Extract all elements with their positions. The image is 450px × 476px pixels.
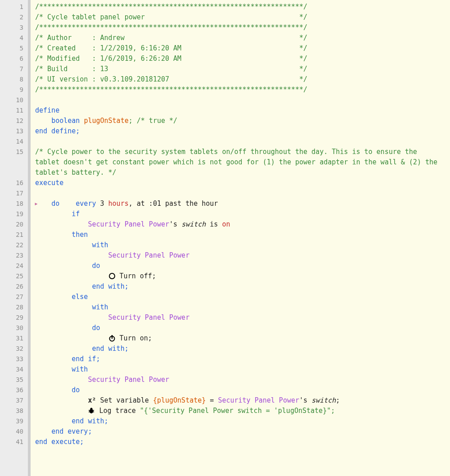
keyword-end-every: end every; <box>51 427 92 435</box>
variable-name: plugOnState <box>84 117 128 125</box>
action-turn-off: Turn off; <box>116 272 156 280</box>
keyword-end-if: end if; <box>72 355 100 363</box>
line-number: 41 <box>0 437 28 447</box>
keyword-with: with <box>92 241 108 249</box>
keyword-do: do <box>72 386 80 394</box>
line-number: 38 <box>0 406 28 416</box>
line-number: 19 <box>0 209 28 219</box>
line-number: 13 <box>0 126 28 136</box>
device-name: Security Panel Power <box>88 220 169 228</box>
log-string: "{'Security Panel Power switch = 'plugOn… <box>140 407 335 415</box>
line-number: 25 <box>0 271 28 281</box>
power-on-icon <box>108 335 116 342</box>
line-number: 24 <box>0 261 28 271</box>
semicolon: ; <box>336 396 340 404</box>
comment-line: /* Created : 1/2/2019, 6:16:20 AM */ <box>35 44 307 52</box>
line-number: 37 <box>0 395 28 406</box>
posessive: 's <box>169 220 181 228</box>
keyword-execute: execute <box>35 179 63 187</box>
line-number: 39 <box>0 416 28 426</box>
device-name: Security Panel Power <box>108 313 190 322</box>
device-name: Security Panel Power <box>108 251 190 259</box>
action-set-variable: Set variable <box>96 396 153 404</box>
svg-line-5 <box>89 410 90 411</box>
svg-line-8 <box>93 412 94 412</box>
line-number: 35 <box>0 375 28 385</box>
action-log-trace: Log trace <box>95 407 140 415</box>
bookmark-icon[interactable]: ▸ <box>34 199 38 209</box>
line-number: 12 <box>0 116 28 126</box>
literal-number: 3 <box>100 199 104 208</box>
comment-line: /* Cycle tablet panel power */ <box>35 13 307 21</box>
line-number: 23 <box>0 250 28 261</box>
keyword-with: with <box>72 365 88 373</box>
line-number: 14 <box>0 136 28 147</box>
line-number: 6 <box>0 54 28 64</box>
keyword-end-with: end with; <box>92 345 128 353</box>
line-number: 15 <box>0 147 28 178</box>
line-number: 17 <box>0 188 28 199</box>
block-comment: /* Cycle power to the security system ta… <box>35 147 440 178</box>
svg-point-4 <box>90 408 93 410</box>
line-number: 29 <box>0 313 28 323</box>
line-number: 34 <box>0 364 28 375</box>
line-number: 20 <box>0 219 28 230</box>
line-number: 8 <box>0 74 28 85</box>
variable-braced: {plugOnState} <box>153 396 206 404</box>
bug-icon <box>88 407 95 414</box>
line-number: 3 <box>0 23 28 33</box>
line-number: 16 <box>0 178 28 188</box>
line-number: 4 <box>0 33 28 43</box>
inline-comment: ; /* true */ <box>129 117 177 125</box>
keyword-end-execute: end execute; <box>35 438 84 446</box>
line-number: 26 <box>0 281 28 292</box>
keyword-else: else <box>72 293 88 301</box>
unit-hours: hours <box>108 199 129 208</box>
line-number: 40 <box>0 426 28 437</box>
comment-line: /* UI version : v0.3.109.20181207 */ <box>35 75 307 83</box>
line-number: 27 <box>0 292 28 302</box>
svg-point-0 <box>109 273 115 279</box>
keyword-do: do <box>92 324 100 332</box>
line-number: 32 <box>0 344 28 354</box>
line-number: 10 <box>0 95 28 105</box>
power-off-icon <box>108 272 116 280</box>
line-number: 7 <box>0 64 28 74</box>
line-number: 1 <box>0 2 28 12</box>
comment-line: /* Author : Andrew */ <box>35 34 307 42</box>
keyword-do: do <box>92 262 100 270</box>
line-number-gutter: 1 2 3 4 5 6 7 8 9 10 11 12 13 14 15 16 1… <box>0 0 28 476</box>
every-suffix: , at :01 past the hour <box>129 199 218 208</box>
line-number: 18 <box>0 199 28 209</box>
state-on: on <box>222 220 230 228</box>
line-number: 9 <box>0 85 28 95</box>
code-area[interactable]: /***************************************… <box>31 0 450 476</box>
posessive: 's <box>299 396 311 404</box>
line-number: 5 <box>0 43 28 54</box>
line-number: 33 <box>0 354 28 364</box>
keyword-end-with: end with; <box>92 282 128 290</box>
keyword-end-with: end with; <box>72 417 108 425</box>
comment-line: /***************************************… <box>35 86 307 94</box>
svg-line-7 <box>89 412 90 412</box>
keyword-is: is <box>206 220 222 228</box>
keyword-with: with <box>92 303 108 311</box>
line-number: 2 <box>0 12 28 23</box>
keyword-if: if <box>72 210 80 218</box>
line-number: 31 <box>0 333 28 344</box>
equals-sign: = <box>206 396 218 404</box>
code-editor: 1 2 3 4 5 6 7 8 9 10 11 12 13 14 15 16 1… <box>0 0 450 476</box>
attribute-switch: switch <box>311 396 336 404</box>
keyword-end-define: end define; <box>35 127 80 135</box>
keyword-boolean: boolean <box>51 117 80 125</box>
comment-line: /* Build : 13 */ <box>35 65 307 73</box>
device-name: Security Panel Power <box>88 376 169 384</box>
line-number: 21 <box>0 230 28 240</box>
line-number: 36 <box>0 385 28 395</box>
line-number: 28 <box>0 302 28 313</box>
action-turn-on: Turn on; <box>116 334 152 342</box>
comment-line: /***************************************… <box>35 3 307 11</box>
line-number: 30 <box>0 323 28 333</box>
svg-line-6 <box>93 410 94 411</box>
keyword-every: every <box>76 199 96 208</box>
